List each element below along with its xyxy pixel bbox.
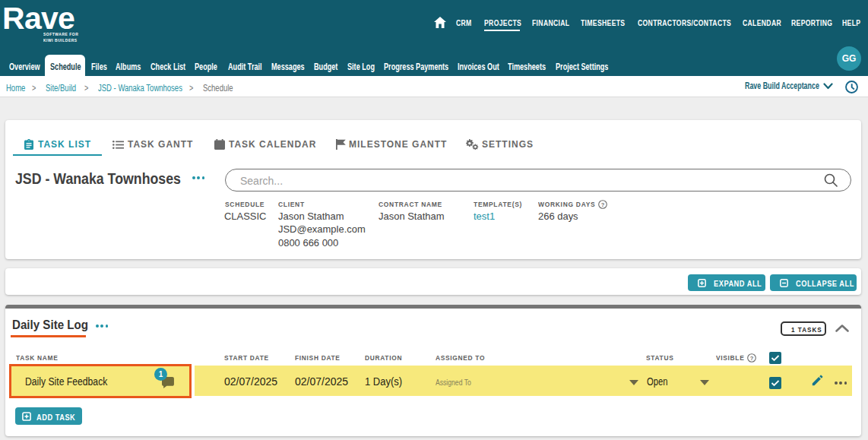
svg-text:?: ? [750,355,754,362]
svg-text:?: ? [601,201,605,208]
